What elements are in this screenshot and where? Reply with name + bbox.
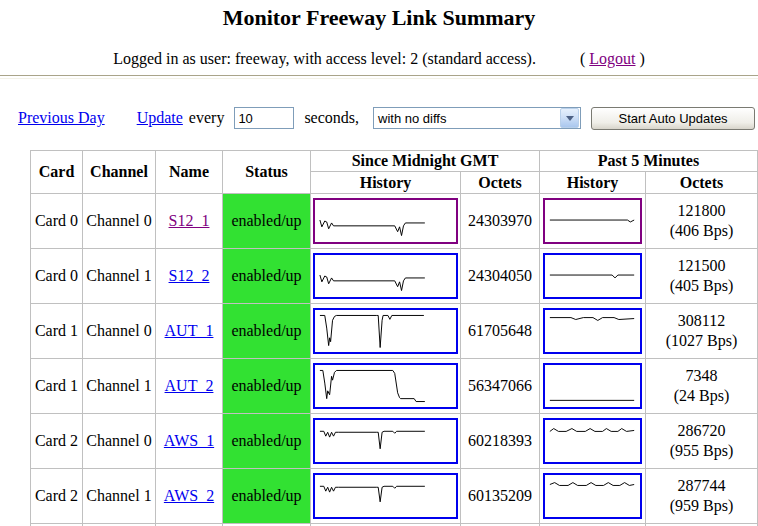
sparkline-midnight xyxy=(317,310,454,352)
status-cell: enabled/up xyxy=(223,194,311,249)
page-title: Monitor Freeway Link Summary xyxy=(0,6,758,30)
history-midnight-cell xyxy=(311,249,461,304)
history-past5-cell xyxy=(540,249,646,304)
history-midnight-cell xyxy=(311,359,461,414)
link-name-link[interactable]: S12_1 xyxy=(169,212,210,229)
history-past5-cell xyxy=(540,469,646,524)
history-past5-graph[interactable] xyxy=(543,363,642,409)
history-past5-graph[interactable] xyxy=(543,473,642,519)
history-past5-graph[interactable] xyxy=(543,198,642,244)
octets-midnight-cell: 56347066 xyxy=(461,359,540,414)
start-auto-updates-button[interactable]: Start Auto Updates xyxy=(591,107,755,130)
channel-cell: Channel 1 xyxy=(83,469,156,524)
name-cell: AWS_1 xyxy=(156,414,223,469)
octets-midnight-cell: 24304050 xyxy=(461,249,540,304)
previous-day-link[interactable]: Previous Day xyxy=(18,109,105,127)
octets-past5-cell: 7348(24 Bps) xyxy=(646,359,758,414)
octets-midnight-cell: 61705648 xyxy=(461,304,540,359)
table-row: Card 2 Channel 0 AWS_1 enabled/up 602183… xyxy=(31,414,758,469)
history-past5-cell xyxy=(540,304,646,359)
group-header-since-midnight: Since Midnight GMT xyxy=(311,151,540,172)
group-header-past-5-minutes: Past 5 Minutes xyxy=(540,151,758,172)
sparkline-past5 xyxy=(547,365,638,407)
table-row: Card 1 Channel 1 AUT_2 enabled/up 563470… xyxy=(31,359,758,414)
history-past5-graph[interactable] xyxy=(543,253,642,299)
history-midnight-graph[interactable] xyxy=(313,473,458,519)
history-midnight-cell xyxy=(311,414,461,469)
link-name-link[interactable]: S12_2 xyxy=(169,267,210,284)
table-row: Card 1 Channel 0 AUT_1 enabled/up 617056… xyxy=(31,304,758,359)
sparkline-midnight xyxy=(317,475,454,517)
sparkline-past5 xyxy=(547,475,638,517)
diff-mode-select[interactable]: with no diffs xyxy=(373,107,581,129)
history-midnight-graph[interactable] xyxy=(313,308,458,354)
name-cell: AUT_1 xyxy=(156,304,223,359)
octets-past5-cell: 287744(959 Bps) xyxy=(646,469,758,524)
col-header-channel: Channel xyxy=(83,151,156,194)
history-past5-graph[interactable] xyxy=(543,418,642,464)
link-name-link[interactable]: AWS_2 xyxy=(164,487,214,504)
link-name-link[interactable]: AUT_1 xyxy=(165,322,214,339)
channel-cell: Channel 1 xyxy=(83,249,156,304)
logout-link[interactable]: Logout xyxy=(589,50,635,67)
channel-cell: Channel 1 xyxy=(83,359,156,414)
octets-past5-cell: 121800(406 Bps) xyxy=(646,194,758,249)
sparkline-past5 xyxy=(547,310,638,352)
col-header-history-past5: History xyxy=(540,172,646,194)
seconds-label: seconds, xyxy=(304,109,359,127)
name-cell: AUT_2 xyxy=(156,359,223,414)
link-summary-table: Card Channel Name Status Since Midnight … xyxy=(30,150,758,526)
divider xyxy=(0,75,758,79)
card-cell: Card 1 xyxy=(31,359,83,414)
card-cell: Card 0 xyxy=(31,249,83,304)
logout-wrap: ( Logout ) xyxy=(580,50,645,67)
update-controls: Previous Day Update every seconds, with … xyxy=(18,106,758,130)
history-midnight-graph[interactable] xyxy=(313,198,458,244)
status-cell: enabled/up xyxy=(223,469,311,524)
card-cell: Card 2 xyxy=(31,414,83,469)
chevron-down-icon[interactable] xyxy=(560,108,579,128)
name-cell: S12_1 xyxy=(156,194,223,249)
sparkline-midnight xyxy=(317,200,454,242)
interval-input[interactable] xyxy=(234,107,294,129)
link-name-link[interactable]: AWS_1 xyxy=(164,432,214,449)
history-midnight-graph[interactable] xyxy=(313,253,458,299)
history-midnight-graph[interactable] xyxy=(313,418,458,464)
col-header-name: Name xyxy=(156,151,223,194)
channel-cell: Channel 0 xyxy=(83,304,156,359)
sparkline-midnight xyxy=(317,255,454,297)
sparkline-past5 xyxy=(547,420,638,462)
table-row: Card 0 Channel 1 S12_2 enabled/up 243040… xyxy=(31,249,758,304)
login-status-line: Logged in as user: freeway, with access … xyxy=(0,50,758,68)
name-cell: S12_2 xyxy=(156,249,223,304)
history-past5-graph[interactable] xyxy=(543,308,642,354)
history-midnight-cell xyxy=(311,304,461,359)
diff-mode-selected-value: with no diffs xyxy=(374,111,446,126)
update-link[interactable]: Update xyxy=(137,109,183,127)
history-midnight-graph[interactable] xyxy=(313,363,458,409)
card-cell: Card 2 xyxy=(31,469,83,524)
link-name-link[interactable]: AUT_2 xyxy=(165,377,214,394)
sparkline-midnight xyxy=(317,365,454,407)
table-row: Card 2 Channel 1 AWS_2 enabled/up 601352… xyxy=(31,469,758,524)
card-cell: Card 0 xyxy=(31,194,83,249)
octets-midnight-cell: 60135209 xyxy=(461,469,540,524)
history-past5-cell xyxy=(540,194,646,249)
name-cell: AWS_2 xyxy=(156,469,223,524)
history-midnight-cell xyxy=(311,469,461,524)
channel-cell: Channel 0 xyxy=(83,194,156,249)
login-status-text: Logged in as user: freeway, with access … xyxy=(113,50,536,67)
every-label: every xyxy=(189,109,225,127)
col-header-octets-past5: Octets xyxy=(646,172,758,194)
col-header-history-midnight: History xyxy=(311,172,461,194)
octets-past5-cell: 286720(955 Bps) xyxy=(646,414,758,469)
table-row: Card 0 Channel 0 S12_1 enabled/up 243039… xyxy=(31,194,758,249)
octets-past5-cell: 121500(405 Bps) xyxy=(646,249,758,304)
history-past5-cell xyxy=(540,359,646,414)
status-cell: enabled/up xyxy=(223,249,311,304)
octets-midnight-cell: 24303970 xyxy=(461,194,540,249)
history-past5-cell xyxy=(540,414,646,469)
col-header-status: Status xyxy=(223,151,311,194)
col-header-octets-midnight: Octets xyxy=(461,172,540,194)
col-header-card: Card xyxy=(31,151,83,194)
